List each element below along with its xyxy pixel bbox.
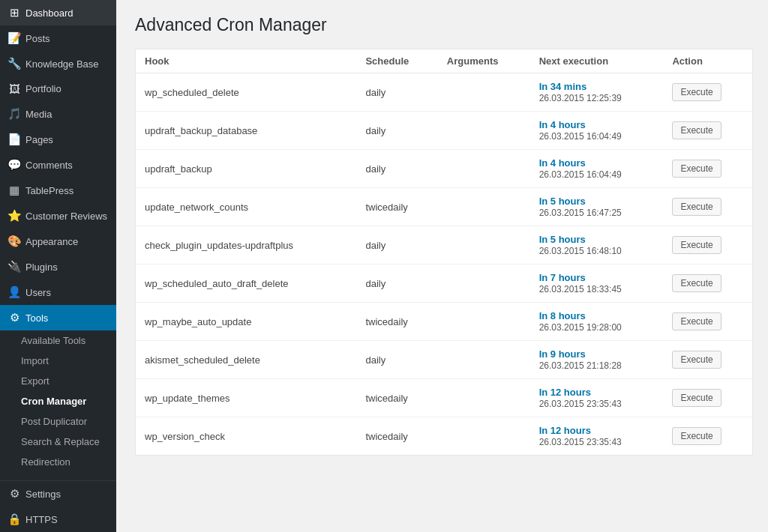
- sidebar-subitem-available-tools[interactable]: Available Tools: [0, 330, 116, 351]
- sidebar-item-media[interactable]: 🎵Media: [0, 101, 116, 127]
- row-9-execute-button[interactable]: Execute: [672, 427, 721, 445]
- row-6-hook: wp_maybe_auto_update: [136, 303, 357, 341]
- row-6-action: Execute: [663, 303, 752, 341]
- sidebar-item-posts[interactable]: 📝Posts: [0, 25, 116, 51]
- sidebar-item-appearance[interactable]: 🎨Appearance: [0, 229, 116, 254]
- sidebar-menu: ⊞Dashboard📝Posts🔧Knowledge Base🖼Portfoli…: [0, 0, 116, 330]
- table-row: akismet_scheduled_deletedailyIn 9 hours2…: [136, 341, 753, 379]
- row-7-next-execution: In 9 hours26.03.2015 21:18:28: [530, 341, 664, 379]
- table-body: wp_scheduled_deletedailyIn 34 mins26.03.…: [136, 73, 753, 456]
- table-header-row: HookScheduleArgumentsNext executionActio…: [136, 49, 753, 73]
- customer-reviews-icon: ⭐: [8, 209, 21, 223]
- sidebar-item-label-tools: Tools: [26, 312, 48, 324]
- sidebar-item-comments[interactable]: 💬Comments: [0, 152, 116, 178]
- row-8-next-date: 26.03.2015 23:35:43: [539, 399, 622, 409]
- sidebar-item-knowledge-base[interactable]: 🔧Knowledge Base: [0, 51, 116, 76]
- row-1-action: Execute: [663, 112, 752, 150]
- row-6-next-date: 26.03.2015 19:28:00: [539, 322, 622, 333]
- table-row: updraft_backup_databasedailyIn 4 hours26…: [136, 112, 753, 150]
- sidebar-item-label-customer-reviews: Customer Reviews: [26, 211, 107, 222]
- sidebar-item-https[interactable]: 🔒HTTPS: [0, 507, 116, 532]
- sidebar-subitem-search-replace[interactable]: Search & Replace: [0, 432, 116, 452]
- cron-table: HookScheduleArgumentsNext executionActio…: [135, 49, 753, 456]
- row-2-next-date: 26.03.2015 16:04:49: [539, 169, 622, 180]
- row-4-next-time: In 5 hours: [539, 234, 586, 245]
- sidebar-subitem-import[interactable]: Import: [0, 351, 116, 371]
- row-1-hook: updraft_backup_database: [136, 112, 357, 150]
- row-3-execute-button[interactable]: Execute: [672, 198, 721, 216]
- tablepress-icon: ▦: [8, 184, 21, 197]
- row-4-arguments: [438, 226, 530, 265]
- row-1-schedule: daily: [356, 112, 437, 150]
- sidebar-item-tablepress[interactable]: ▦TablePress: [0, 178, 116, 203]
- row-2-schedule: daily: [356, 150, 437, 188]
- sidebar: ⊞Dashboard📝Posts🔧Knowledge Base🖼Portfoli…: [0, 0, 116, 532]
- row-5-hook: wp_scheduled_auto_draft_delete: [136, 265, 357, 303]
- row-0-hook: wp_scheduled_delete: [136, 73, 357, 112]
- table-row: wp_maybe_auto_updatetwicedailyIn 8 hours…: [136, 303, 753, 341]
- posts-icon: 📝: [8, 31, 21, 45]
- sidebar-item-label-users: Users: [26, 287, 51, 298]
- row-8-execute-button[interactable]: Execute: [672, 389, 721, 407]
- sidebar-item-label-comments: Comments: [26, 160, 73, 171]
- bottom-item-label-settings: Settings: [26, 489, 61, 500]
- row-6-execute-button[interactable]: Execute: [672, 312, 721, 330]
- sidebar-item-customer-reviews[interactable]: ⭐Customer Reviews: [0, 203, 116, 229]
- row-3-action: Execute: [663, 188, 752, 226]
- row-6-next-time: In 8 hours: [539, 310, 586, 321]
- row-0-execute-button[interactable]: Execute: [672, 83, 721, 101]
- bottom-menu: ⚙Settings🔒HTTPS: [0, 480, 116, 532]
- sidebar-item-label-pages: Pages: [26, 134, 53, 145]
- row-0-schedule: daily: [356, 73, 437, 112]
- sidebar-item-label-appearance: Appearance: [26, 236, 78, 247]
- row-8-action: Execute: [663, 379, 752, 417]
- row-6-next-execution: In 8 hours26.03.2015 19:28:00: [530, 303, 664, 341]
- row-6-arguments: [438, 303, 530, 341]
- sidebar-subitem-redirection[interactable]: Redirection: [0, 452, 116, 472]
- sidebar-item-label-knowledge-base: Knowledge Base: [26, 58, 99, 70]
- table-row: wp_scheduled_deletedailyIn 34 mins26.03.…: [136, 73, 753, 112]
- row-7-execute-button[interactable]: Execute: [672, 351, 721, 369]
- table-row: update_network_countstwicedailyIn 5 hour…: [136, 188, 753, 226]
- row-5-next-date: 26.03.2015 18:33:45: [539, 284, 622, 294]
- row-1-execute-button[interactable]: Execute: [672, 121, 721, 139]
- row-2-next-time: In 4 hours: [539, 157, 586, 169]
- sidebar-subitem-export[interactable]: Export: [0, 371, 116, 391]
- sidebar-item-settings[interactable]: ⚙Settings: [0, 481, 116, 507]
- row-0-arguments: [438, 73, 530, 112]
- row-6-schedule: twicedaily: [356, 303, 437, 341]
- sidebar-item-tools[interactable]: ⚙Tools: [0, 305, 116, 330]
- sidebar-subitem-post-duplicator[interactable]: Post Duplicator: [0, 411, 116, 432]
- row-2-execute-button[interactable]: Execute: [672, 160, 721, 178]
- row-4-schedule: daily: [356, 226, 437, 265]
- row-3-next-time: In 5 hours: [539, 196, 586, 207]
- row-0-next-time: In 34 mins: [539, 81, 587, 92]
- row-4-hook: check_plugin_updates-updraftplus: [136, 226, 357, 265]
- sidebar-item-users[interactable]: 👤Users: [0, 279, 116, 305]
- col-header-arguments: Arguments: [438, 49, 530, 73]
- table-row: wp_version_checktwicedailyIn 12 hours26.…: [136, 417, 753, 456]
- row-7-hook: akismet_scheduled_delete: [136, 341, 357, 379]
- row-9-action: Execute: [663, 417, 752, 456]
- sidebar-item-pages[interactable]: 📄Pages: [0, 127, 116, 152]
- row-4-execute-button[interactable]: Execute: [672, 236, 721, 254]
- row-5-execute-button[interactable]: Execute: [672, 274, 721, 292]
- row-1-next-time: In 4 hours: [539, 119, 586, 130]
- settings-icon: ⚙: [8, 487, 21, 501]
- bottom-item-label-https: HTTPS: [26, 514, 58, 525]
- sidebar-item-portfolio[interactable]: 🖼Portfolio: [0, 76, 116, 101]
- sidebar-item-plugins[interactable]: 🔌Plugins: [0, 254, 116, 279]
- row-8-next-execution: In 12 hours26.03.2015 23:35:43: [530, 379, 664, 417]
- row-5-action: Execute: [663, 265, 752, 303]
- sidebar-item-dashboard[interactable]: ⊞Dashboard: [0, 0, 116, 25]
- col-header-hook: Hook: [136, 49, 357, 73]
- plugins-icon: 🔌: [8, 260, 21, 273]
- sidebar-subitem-cron-manager[interactable]: Cron Manager: [0, 391, 116, 411]
- page-title: Advanced Cron Manager: [135, 15, 753, 35]
- col-header-action: Action: [663, 49, 752, 73]
- row-3-next-date: 26.03.2015 16:47:25: [539, 208, 622, 218]
- tools-submenu: Available ToolsImportExportCron ManagerP…: [0, 330, 116, 472]
- row-8-next-time: In 12 hours: [539, 387, 591, 398]
- table-row: updraft_backupdailyIn 4 hours26.03.2015 …: [136, 150, 753, 188]
- sidebar-item-label-tablepress: TablePress: [26, 185, 74, 196]
